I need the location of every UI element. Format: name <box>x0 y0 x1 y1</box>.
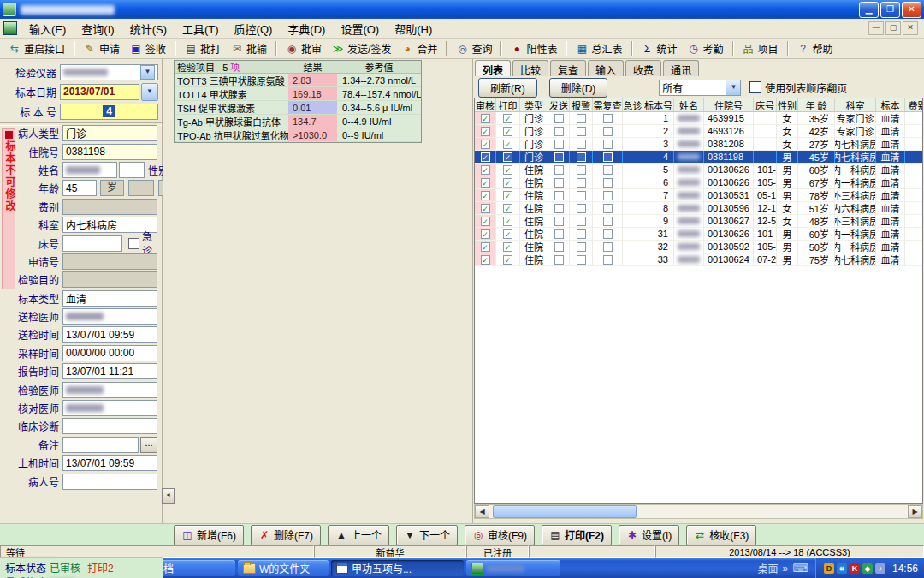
form-field[interactable]: 门诊 <box>62 125 157 141</box>
date-dropdown-icon[interactable]: ▼ <box>141 83 158 101</box>
row-checkbox[interactable] <box>603 178 613 188</box>
chevron-down-icon[interactable]: ▼ <box>140 65 155 80</box>
row-checkbox[interactable] <box>577 191 586 200</box>
toolbar-button[interactable]: ◷考勤 <box>683 39 729 57</box>
toolbar-button[interactable]: ⇆重启接口 <box>3 39 70 57</box>
action-button[interactable]: ◎审核(F9) <box>465 525 535 545</box>
row-checkbox[interactable]: ✓ <box>503 217 512 226</box>
row-checkbox[interactable] <box>603 152 613 162</box>
bed-field[interactable] <box>62 235 122 252</box>
menu-item[interactable]: 帮助(H) <box>387 19 440 39</box>
tab-item[interactable]: 比较 <box>512 60 548 76</box>
row-checkbox[interactable]: ✓ <box>481 229 490 239</box>
scroll-left-icon[interactable]: ◀ <box>475 505 489 518</box>
column-header[interactable]: 审核 <box>475 98 496 111</box>
row-checkbox[interactable]: ✓ <box>503 242 512 252</box>
instrument-combobox[interactable]: ▼ <box>60 64 158 80</box>
form-field[interactable]: 13/07/01 11:21 <box>62 363 157 379</box>
name-extra-field[interactable] <box>119 162 145 178</box>
column-header[interactable]: 发送 <box>548 98 570 111</box>
tab-item[interactable]: 复查 <box>550 60 586 76</box>
toolbar-button[interactable]: ◎查询 <box>451 39 497 57</box>
column-header[interactable]: 床号 <box>754 98 777 111</box>
row-checkbox[interactable]: ✓ <box>481 152 490 162</box>
action-button[interactable]: ◫新增(F6) <box>174 525 244 545</box>
row-checkbox[interactable] <box>554 229 564 239</box>
network-icon[interactable]: ⌗ <box>837 563 847 574</box>
row-checkbox[interactable] <box>577 242 586 252</box>
column-header[interactable]: 打印 <box>496 98 520 111</box>
row-checkbox[interactable] <box>577 229 586 239</box>
collapse-panel-button[interactable]: ◂ <box>162 488 175 504</box>
row-checkbox[interactable] <box>554 178 564 188</box>
form-field[interactable]: 0381198 <box>62 144 157 160</box>
row-checkbox[interactable]: ✓ <box>481 127 490 136</box>
row-checkbox[interactable] <box>577 165 586 175</box>
toolbar-button[interactable]: ✉批输 <box>226 39 272 57</box>
table-row[interactable]: ✓✓住院3100130626101-1男60岁内一科病房血清 <box>475 228 922 241</box>
column-header[interactable]: 标本 <box>876 98 905 111</box>
action-button[interactable]: ▲上一个 <box>328 525 389 545</box>
row-checkbox[interactable] <box>603 127 613 136</box>
toolbar-button[interactable]: ◉批审 <box>281 39 327 57</box>
row-checkbox[interactable]: ✓ <box>503 255 512 265</box>
form-field[interactable] <box>62 474 157 490</box>
form-field[interactable]: 13/07/01 09:59 <box>62 455 157 471</box>
menu-item[interactable]: 输入(E) <box>21 19 74 39</box>
row-checkbox[interactable] <box>554 255 564 265</box>
toolbar-button[interactable]: ▣签收 <box>125 39 171 57</box>
row-checkbox[interactable]: ✓ <box>481 191 490 200</box>
row-checkbox[interactable] <box>603 114 613 123</box>
row-checkbox[interactable]: ✓ <box>503 165 512 175</box>
row-checkbox[interactable]: ✓ <box>481 140 490 149</box>
row-checkbox[interactable] <box>577 255 586 265</box>
scroll-right-icon[interactable]: ▶ <box>908 505 922 518</box>
row-checkbox[interactable] <box>554 114 564 123</box>
action-button[interactable]: ⇄核收(F3) <box>686 525 756 545</box>
row-checkbox[interactable] <box>577 178 586 188</box>
toolbar-button[interactable]: ◕合并 <box>396 39 442 57</box>
toolbar-button[interactable]: ▦总汇表 <box>571 39 627 57</box>
column-header[interactable]: 性别 <box>777 98 798 111</box>
table-row[interactable]: ✓✓住院80013059612-1女51岁内六科病房血清 <box>475 202 922 215</box>
antivirus-icon[interactable]: K <box>850 563 860 574</box>
row-checkbox[interactable] <box>577 217 586 226</box>
table-row[interactable]: ✓✓住院90013062712-5女48岁外三科病房血清 <box>475 215 922 228</box>
row-checkbox[interactable]: ✓ <box>481 114 490 123</box>
menu-item[interactable]: 查询(I) <box>74 19 121 39</box>
result-row[interactable]: TOTT4 甲状腺素 169.18 78.4--157.4 nmol/L <box>175 87 421 101</box>
action-button[interactable]: ▼下一个 <box>396 525 458 545</box>
table-row[interactable]: ✓✓住院3200130592105-2男50岁内一科病房血清 <box>475 241 922 253</box>
tab-item[interactable]: 通讯 <box>663 60 699 76</box>
row-checkbox[interactable] <box>554 242 564 252</box>
row-checkbox[interactable]: ✓ <box>503 204 512 213</box>
sample-no-field[interactable]: 4 <box>60 104 158 120</box>
table-row[interactable]: ✓✓住院330013062407-2男75岁内七科病房血清 <box>475 253 922 266</box>
action-button[interactable]: ✱设置(I) <box>619 525 679 545</box>
column-header[interactable]: 住院号 <box>704 98 754 111</box>
input-method-icon[interactable]: D <box>824 563 834 574</box>
row-checkbox[interactable]: ✓ <box>481 178 490 188</box>
column-header[interactable]: 急诊 <box>623 98 643 111</box>
column-header[interactable]: 需复查 <box>593 98 623 111</box>
memo-more-button[interactable]: ... <box>140 437 157 453</box>
column-header[interactable]: 姓名 <box>674 98 704 111</box>
result-row[interactable]: TPO-Ab 抗甲状腺过氧化物抗体 >1030.0 0--9 IU/ml <box>175 128 421 142</box>
filter-dropdown[interactable]: 所有 ▼ <box>659 80 741 96</box>
taskbar-task-button[interactable] <box>466 560 560 576</box>
row-checkbox[interactable]: ✓ <box>481 204 490 213</box>
table-row[interactable]: ✓✓门诊24693126女42岁专家门诊血清 <box>475 125 922 138</box>
row-checkbox[interactable]: ✓ <box>503 152 512 162</box>
row-checkbox[interactable]: ✓ <box>503 229 512 239</box>
column-header[interactable]: 科室 <box>835 98 876 111</box>
form-field[interactable]: 血清 <box>62 290 157 307</box>
form-field[interactable] <box>62 308 157 325</box>
taskbar-task-button[interactable]: 甲功五项与... <box>331 560 464 576</box>
table-row[interactable]: ✓✓住院70013053105-1男78岁外三科病房血清 <box>475 189 922 202</box>
tab-active[interactable]: 列表 <box>475 60 511 76</box>
row-checkbox[interactable]: ✓ <box>481 242 490 252</box>
keyboard-icon[interactable]: ⌨ <box>792 562 808 575</box>
update-icon[interactable]: ◆ <box>862 563 873 574</box>
specimen-date-field[interactable]: 2013/07/01 <box>60 84 139 100</box>
row-checkbox[interactable]: ✓ <box>481 217 490 226</box>
